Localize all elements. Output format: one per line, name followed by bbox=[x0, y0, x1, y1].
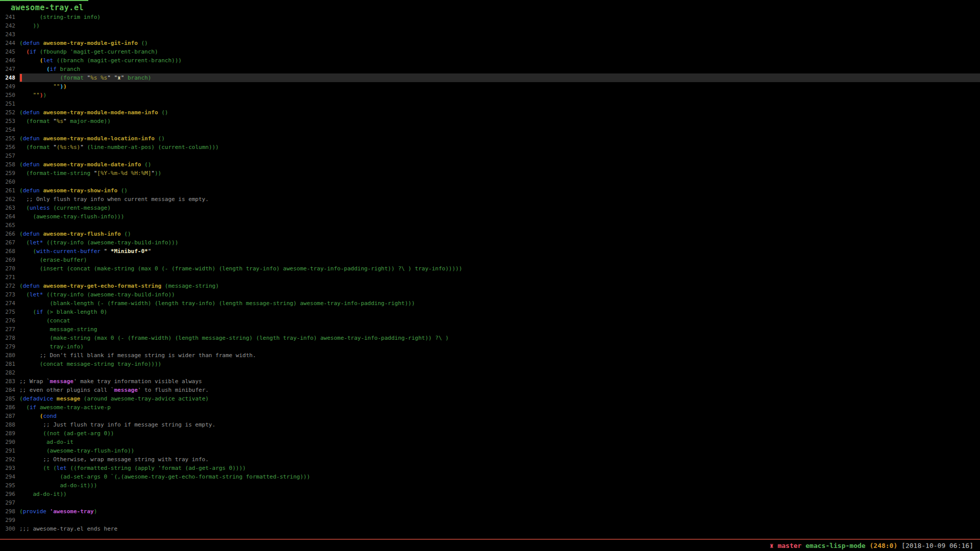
code-text[interactable]: (if branch bbox=[19, 65, 980, 73]
code-text[interactable]: )) bbox=[19, 21, 980, 30]
code-text[interactable]: (concat bbox=[19, 316, 980, 325]
code-text[interactable]: (defun awesome-tray-module-git-info () bbox=[19, 39, 980, 47]
code-line[interactable]: 286 (if awesome-tray-active-p bbox=[0, 403, 980, 412]
code-line[interactable]: 241 (string-trim info) bbox=[0, 13, 980, 21]
code-line[interactable]: 266(defun awesome-tray-flush-info () bbox=[0, 230, 980, 238]
code-text[interactable]: ad-do-it)) bbox=[19, 490, 980, 498]
code-text[interactable] bbox=[19, 178, 980, 186]
code-line[interactable]: 269 (erase-buffer) bbox=[0, 256, 980, 264]
code-line[interactable]: 270 (insert (concat (make-string (max 0 … bbox=[0, 264, 980, 273]
code-text[interactable]: (erase-buffer) bbox=[19, 256, 980, 264]
code-text[interactable]: (make-string (max 0 (- (frame-width) (le… bbox=[19, 334, 980, 342]
code-line[interactable]: 300;;; awesome-tray.el ends here bbox=[0, 524, 980, 533]
code-line[interactable]: 259 (format-time-string "[%Y-%m-%d %H:%M… bbox=[0, 169, 980, 178]
code-text[interactable]: (defun awesome-tray-module-date-info () bbox=[19, 160, 980, 169]
code-text[interactable]: (awesome-tray-flush-info))) bbox=[19, 212, 980, 221]
code-line[interactable]: 292 ;; Otherwise, wrap message string wi… bbox=[0, 455, 980, 464]
code-line[interactable]: 252(defun awesome-tray-module-mode-name-… bbox=[0, 108, 980, 117]
code-text[interactable]: (if (> blank-length 0) bbox=[19, 308, 980, 316]
code-line[interactable]: 290 ad-do-it bbox=[0, 438, 980, 446]
code-line[interactable]: 249 "")) bbox=[0, 82, 980, 91]
code-text[interactable]: ad-do-it bbox=[19, 438, 980, 446]
code-text[interactable]: ;; Only flush tray info when current mes… bbox=[19, 195, 980, 204]
code-text[interactable]: (cond bbox=[19, 412, 980, 420]
code-text[interactable]: ad-do-it))) bbox=[19, 481, 980, 490]
code-line[interactable]: 296 ad-do-it)) bbox=[0, 490, 980, 498]
code-text[interactable]: (unless (current-message) bbox=[19, 204, 980, 212]
code-line[interactable]: 297 bbox=[0, 498, 980, 507]
code-line[interactable]: 277 message-string bbox=[0, 325, 980, 334]
code-line[interactable]: 299 bbox=[0, 516, 980, 524]
code-line[interactable]: 246 (let ((branch (magit-get-current-bra… bbox=[0, 56, 980, 65]
code-text[interactable]: ((not (ad-get-arg 0)) bbox=[19, 429, 980, 438]
code-text[interactable]: (t (let ((formatted-string (apply 'forma… bbox=[19, 464, 980, 472]
code-line[interactable]: 287 (cond bbox=[0, 412, 980, 420]
code-line[interactable]: 265 bbox=[0, 221, 980, 230]
code-text[interactable]: (with-current-buffer " *Minibuf-0*" bbox=[19, 247, 980, 256]
code-line[interactable]: 253 (format "%s" major-mode)) bbox=[0, 117, 980, 126]
code-line[interactable]: 255(defun awesome-tray-module-location-i… bbox=[0, 134, 980, 143]
code-text[interactable]: (if awesome-tray-active-p bbox=[19, 403, 980, 412]
code-line[interactable]: 282 bbox=[0, 368, 980, 377]
code-line[interactable]: 260 bbox=[0, 178, 980, 186]
code-text[interactable]: (ad-set-args 0 `(,(awesome-tray-get-echo… bbox=[19, 472, 980, 481]
code-text[interactable]: (concat message-string tray-info)))) bbox=[19, 360, 980, 368]
code-line[interactable]: 242 )) bbox=[0, 21, 980, 30]
code-text[interactable] bbox=[19, 126, 980, 134]
code-text[interactable]: (format "%s %s" "♜" branch) bbox=[19, 73, 980, 82]
code-text[interactable]: (defun awesome-tray-show-info () bbox=[19, 186, 980, 195]
code-line[interactable]: 293 (t (let ((formatted-string (apply 'f… bbox=[0, 464, 980, 472]
code-text[interactable]: (string-trim info) bbox=[19, 13, 980, 21]
code-line[interactable]: 257 bbox=[0, 152, 980, 160]
code-text[interactable]: "")) bbox=[19, 91, 980, 99]
code-text[interactable]: ;; Wrap `message' make tray information … bbox=[19, 377, 980, 386]
code-text[interactable] bbox=[19, 221, 980, 230]
code-text[interactable]: (awesome-tray-flush-info)) bbox=[19, 446, 980, 455]
code-line[interactable]: 284;; even other plugins call `message' … bbox=[0, 386, 980, 394]
code-text[interactable]: (format "%s" major-mode)) bbox=[19, 117, 980, 126]
code-line[interactable]: 298(provide 'awesome-tray) bbox=[0, 507, 980, 516]
code-text[interactable]: (format-time-string "[%Y-%m-%d %H:%M]")) bbox=[19, 169, 980, 178]
code-buffer[interactable]: 241 (string-trim info)242 ))243244(defun… bbox=[0, 13, 980, 533]
code-text[interactable]: (defun awesome-tray-module-mode-name-inf… bbox=[19, 108, 980, 117]
code-line[interactable]: 294 (ad-set-args 0 `(,(awesome-tray-get-… bbox=[0, 472, 980, 481]
code-text[interactable] bbox=[19, 273, 980, 282]
code-text[interactable]: (defadvice message (around awesome-tray-… bbox=[19, 394, 980, 403]
code-text[interactable]: (format "(%s:%s)" (line-number-at-pos) (… bbox=[19, 143, 980, 152]
code-line[interactable]: 262 ;; Only flush tray info when current… bbox=[0, 195, 980, 204]
code-line[interactable]: 248 (format "%s %s" "♜" branch) bbox=[0, 73, 980, 82]
code-line[interactable]: 295 ad-do-it))) bbox=[0, 481, 980, 490]
code-text[interactable]: ;;; awesome-tray.el ends here bbox=[19, 524, 980, 533]
code-line[interactable]: 273 (let* ((tray-info (awesome-tray-buil… bbox=[0, 290, 980, 299]
code-line[interactable]: 278 (make-string (max 0 (- (frame-width)… bbox=[0, 334, 980, 342]
code-text[interactable]: (defun awesome-tray-get-echo-format-stri… bbox=[19, 282, 980, 290]
code-line[interactable]: 263 (unless (current-message) bbox=[0, 204, 980, 212]
code-text[interactable] bbox=[19, 99, 980, 108]
code-text[interactable]: "")) bbox=[19, 82, 980, 91]
code-text[interactable]: ;; even other plugins call `message' to … bbox=[19, 386, 980, 394]
code-line[interactable]: 279 tray-info) bbox=[0, 342, 980, 351]
code-text[interactable]: ;; Otherwise, wrap message string with t… bbox=[19, 455, 980, 464]
code-line[interactable]: 283;; Wrap `message' make tray informati… bbox=[0, 377, 980, 386]
code-text[interactable] bbox=[19, 30, 980, 39]
code-text[interactable]: (defun awesome-tray-module-location-info… bbox=[19, 134, 980, 143]
code-line[interactable]: 281 (concat message-string tray-info)))) bbox=[0, 360, 980, 368]
code-text[interactable]: ;; Just flush tray info if message strin… bbox=[19, 420, 980, 429]
code-line[interactable]: 244(defun awesome-tray-module-git-info (… bbox=[0, 39, 980, 47]
code-line[interactable]: 268 (with-current-buffer " *Minibuf-0*" bbox=[0, 247, 980, 256]
code-line[interactable]: 251 bbox=[0, 99, 980, 108]
code-text[interactable] bbox=[19, 498, 980, 507]
code-line[interactable]: 245 (if (fboundp 'magit-get-current-bran… bbox=[0, 47, 980, 56]
code-line[interactable]: 291 (awesome-tray-flush-info)) bbox=[0, 446, 980, 455]
code-line[interactable]: 289 ((not (ad-get-arg 0)) bbox=[0, 429, 980, 438]
code-text[interactable] bbox=[19, 516, 980, 524]
code-line[interactable]: 288 ;; Just flush tray info if message s… bbox=[0, 420, 980, 429]
code-line[interactable]: 274 (blank-length (- (frame-width) (leng… bbox=[0, 299, 980, 308]
code-line[interactable]: 254 bbox=[0, 126, 980, 134]
code-line[interactable]: 256 (format "(%s:%s)" (line-number-at-po… bbox=[0, 143, 980, 152]
code-line[interactable]: 267 (let* ((tray-info (awesome-tray-buil… bbox=[0, 238, 980, 247]
code-text[interactable]: (blank-length (- (frame-width) (length t… bbox=[19, 299, 980, 308]
code-text[interactable]: message-string bbox=[19, 325, 980, 334]
code-line[interactable]: 280 ;; Don't fill blank if message strin… bbox=[0, 351, 980, 360]
code-text[interactable] bbox=[19, 368, 980, 377]
